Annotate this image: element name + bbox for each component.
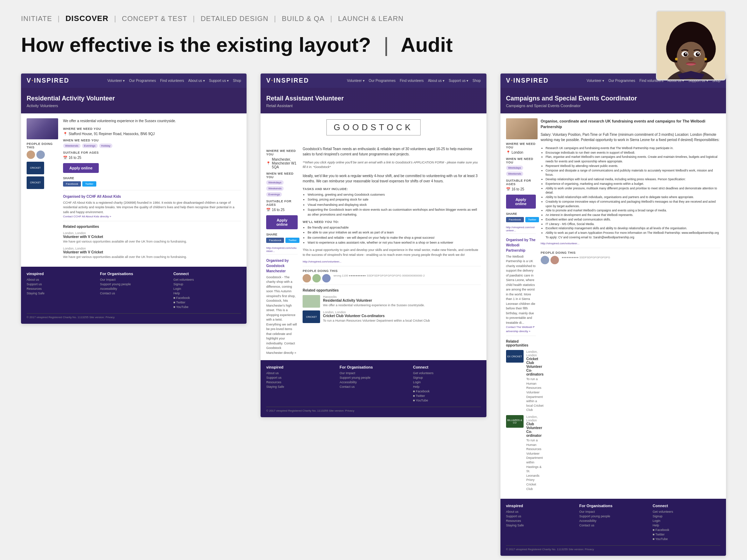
facebook-share-2[interactable]: Facebook: [266, 238, 284, 243]
card1-org-title: Organised by CCHF All About Kids: [63, 194, 241, 199]
card2-subtitle: Retail Assistant: [266, 104, 480, 108]
facebook-share-3[interactable]: Facebook: [506, 217, 524, 222]
card1-ages: 16 to 25: [63, 156, 241, 160]
card3-footer-copy: © 2017 vinspired Registered Charity No. …: [506, 545, 720, 551]
card1-related-title: Related opportunities: [63, 225, 241, 229]
vi-nav-2: Volunteer ▾ Our Programmes Find voluntee…: [347, 79, 481, 83]
vi-right-2: Goodstock's Retail Team needs an enthusi…: [303, 146, 480, 356]
goodstock-logo: GOODSTOCK: [326, 119, 421, 135]
card2-tags: Weekdays Weekends Evenings: [266, 180, 298, 197]
facebook-share-1[interactable]: Facebook: [63, 181, 81, 187]
card2-org-title: Organised by Goodstock Manchester: [266, 258, 298, 274]
card2-related-thumb-2: CRICKET: [303, 310, 320, 323]
vi-right-1: We offer a residential volunteering expe…: [63, 118, 241, 262]
svg-point-10: [684, 52, 688, 56]
vi-header-2: V·INSPIRED Volunteer ▾ Our Programmes Fi…: [261, 74, 486, 88]
cricket-logo-1: CRICKET: [27, 162, 44, 174]
card3-related-item-1: EX CRICKET London, London Cricket Club V…: [506, 350, 536, 412]
svg-point-11: [696, 52, 700, 56]
card2-needs: Be friendly and approachable Be able to …: [303, 225, 480, 245]
card2-description3: Ideally, we'd like you to work a regular…: [303, 173, 480, 184]
card3-ages: 16 to 25: [506, 187, 536, 191]
avatar: [656, 10, 726, 80]
card3-title: Campaigns and Special Events Coordinator: [506, 95, 720, 102]
cricket-logo-card3-1: EX CRICKET: [506, 350, 524, 363]
vi-footer-2: vinspired About us Support us Resources …: [261, 360, 486, 417]
twitter-share-2[interactable]: Twitter: [285, 238, 299, 243]
screenshot-card-2: V·INSPIRED Volunteer ▾ Our Programmes Fi…: [261, 74, 486, 418]
card1-related: Related opportunities London, London Vol…: [63, 221, 241, 259]
apply-button-2[interactable]: Apply online: [266, 215, 298, 229]
card2-footer-copy: © 2017 vinspired Registered Charity No. …: [266, 407, 480, 412]
svg-point-16: [704, 58, 707, 61]
vi-logo-3: V·INSPIRED: [506, 77, 549, 84]
screenshot-card-3: V·INSPIRED Volunteer ▾ Our Programmes Fi…: [500, 74, 726, 556]
card2-related-thumb-1: [303, 295, 320, 308]
card2-people: People doing this wrong 1100 ●●●●●●●●●● …: [303, 269, 480, 282]
apply-button-3[interactable]: Apply online: [506, 195, 536, 209]
breadcrumb-step-detailed: DETAILED DESIGN: [201, 15, 269, 23]
vi-left-2: WHERE WE NEED YOU Manchester, Manchester…: [266, 146, 298, 356]
card1-footer-copy: © 2017 vinspired Registered Charity No. …: [27, 313, 241, 319]
card3-responsibilities: Research UK campaigns and fundraising ev…: [541, 146, 720, 240]
breadcrumb-step-concept: CONCEPT & TEST: [122, 15, 187, 23]
breadcrumb-step-initiate: INITIATE: [21, 15, 52, 23]
vi-left-3: WHERE WE NEED YOU London WHEN WE NEED YO…: [506, 118, 536, 494]
card2-title: Retail Assistant Volunteer: [266, 95, 480, 102]
vi-nav-1: Volunteer ▾ Our Programmes Find voluntee…: [107, 79, 241, 83]
card3-share: Share Facebook Twitter: [506, 212, 536, 222]
card1-org-desc: CCHF All About Kids is a registered char…: [63, 201, 241, 215]
card2-related-item-2: CRICKET London, London Cricket Club Volu…: [303, 310, 480, 323]
pin-icon-1: [63, 132, 67, 136]
svg-point-13: [697, 53, 699, 54]
vi-hero-1: Residential Activity Volunteer Activity …: [21, 88, 247, 113]
card3-tags: Weekdays Weekends: [506, 166, 536, 176]
card2-share: Share Facebook Twitter: [266, 233, 298, 243]
card3-related-item-2: BILLIARDS & CO London, London Club Volun…: [506, 415, 536, 491]
cricket-logo-2: CRICKET: [27, 176, 44, 189]
billiards-logo-card3: BILLIARDS & CO: [506, 415, 524, 428]
vi-content-1: People doing this CRICKET CRICKET We: [21, 113, 247, 267]
card3-org: Organised by The Welbodi Partnership The…: [506, 233, 536, 334]
card1-location: Stafford House, 91 Repimer Road, Hassock…: [63, 132, 241, 136]
apply-button-1[interactable]: Apply online: [63, 163, 99, 173]
card3-related-thumb-2: BILLIARDS & CO: [506, 415, 524, 428]
twitter-share-3[interactable]: Twitter: [525, 217, 539, 222]
vi-right-3: Organise, coordinate and research UK fun…: [541, 118, 720, 494]
card1-related-item-2: London, London Volunteer with V Cricket …: [63, 247, 241, 259]
card1-title: Residential Activity Volunteer: [27, 95, 241, 102]
vi-left-1: People doing this CRICKET CRICKET: [27, 118, 58, 262]
card1-description: We offer a residential volunteering expe…: [63, 118, 241, 124]
person-avatar-5: [322, 274, 331, 282]
breadcrumb-step-launch: LAUNCH & LEARN: [338, 15, 403, 23]
card1-org: Organised by CCHF All About Kids CCHF Al…: [63, 190, 241, 219]
vi-content-2: WHERE WE NEED YOU Manchester, Manchester…: [261, 141, 486, 360]
page-container: INITIATE | DISCOVER | CONCEPT & TEST | D…: [0, 0, 747, 560]
vi-footer-3: vinspired About us Support us Resources …: [500, 499, 726, 556]
person-avatar-7: [551, 256, 559, 264]
card2-org: Organised by Goodstock Manchester Goodst…: [266, 254, 298, 356]
twitter-share-1[interactable]: Twitter: [82, 181, 96, 187]
card2-related-title: Related opportunities: [303, 288, 480, 292]
card1-related-thumb-1: CRICKET: [27, 162, 44, 174]
card1-org-contact[interactable]: Contact CCHF All About Kids directly »: [63, 215, 241, 219]
card1-hero-image: [27, 118, 58, 139]
card2-description2: **When you click Apply online you'll be …: [303, 160, 480, 170]
card2-org-desc: Goodstock - The charity shop with a diff…: [266, 275, 298, 356]
card2-location: Manchester, Manchester W1 5QA: [266, 158, 298, 169]
cal-icon-2: [266, 208, 270, 212]
card3-description: Organise, coordinate and research UK fun…: [541, 118, 720, 130]
person-avatar-2: [36, 150, 45, 159]
card3-location: London: [506, 150, 536, 154]
vi-logo-1: V·INSPIRED: [27, 77, 69, 84]
breadcrumb-step-discover: DISCOVER: [65, 14, 109, 23]
person-avatar-6: [541, 256, 549, 264]
goodstock-logo-area: GOODSTOCK: [261, 113, 486, 141]
svg-point-15: [675, 58, 678, 61]
card3-related-thumb-1: EX CRICKET: [506, 350, 524, 363]
card3-related-title: Related opportunities: [506, 340, 536, 347]
card1-related-item-1: London, London Volunteer with V Cricket …: [63, 231, 241, 244]
vi-logo-2: V·INSPIRED: [266, 77, 309, 84]
card3-long-desc: Salary: Voluntary Position, Part-Time or…: [541, 132, 720, 142]
person-avatar-1: [27, 150, 35, 159]
